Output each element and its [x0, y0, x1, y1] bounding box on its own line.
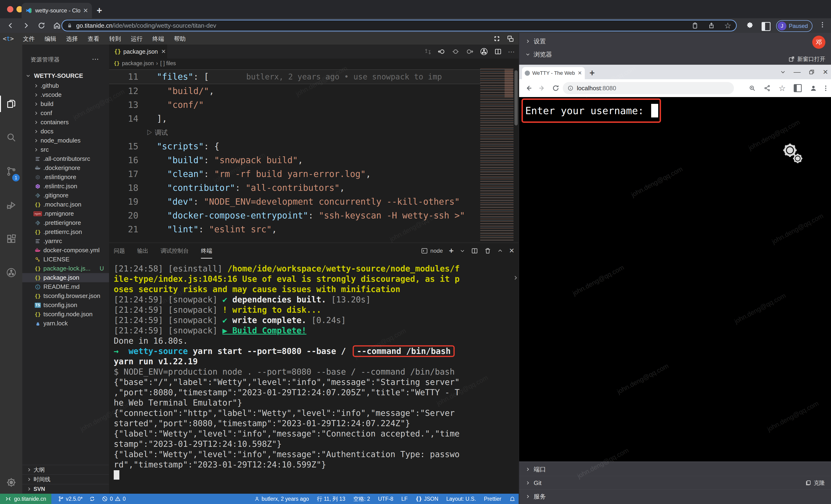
encoding-status[interactable]: UTF-8	[378, 496, 393, 502]
menu-item-5[interactable]: 运行	[126, 35, 147, 43]
split-terminal-icon[interactable]	[471, 247, 478, 254]
zoom-icon[interactable]	[749, 85, 756, 92]
file-tsconfig.node.json[interactable]: {}tsconfig.node.json	[22, 310, 109, 319]
terminal-output[interactable]: [21:24:58] [esinstall] /home/ide/workspa…	[114, 264, 512, 480]
code-line-21[interactable]: 21 "lint": "eslint src",	[109, 223, 481, 236]
file-package.json[interactable]: {}package.json	[22, 273, 109, 282]
file-.eslintignore[interactable]: .eslintignore	[22, 173, 109, 182]
kill-terminal-trash-icon[interactable]	[484, 247, 491, 254]
open-new-window-button[interactable]: 新窗口打开	[788, 55, 825, 63]
menu-item-6[interactable]: 终端	[147, 35, 169, 43]
maximize-panel-icon[interactable]	[497, 248, 503, 254]
panel-tab-问题[interactable]: 问题	[114, 247, 125, 259]
file-tsconfig.browser.json[interactable]: {}tsconfig.browser.json	[22, 291, 109, 300]
forward-icon[interactable]	[22, 22, 30, 30]
code-line-19[interactable]: 19 "dev": "NODE_ENV=development concurre…	[109, 195, 481, 209]
sidebar-section-时间线[interactable]: 时间线	[22, 474, 109, 484]
nav-circle-icon[interactable]	[452, 48, 460, 56]
layout-status[interactable]: Layout: U.S.	[446, 496, 476, 502]
folder-conf[interactable]: conf	[22, 109, 109, 118]
nav-forward-circle-icon[interactable]	[466, 48, 474, 56]
panel-tab-输出[interactable]: 输出	[137, 247, 148, 259]
close-panel-icon[interactable]: ✕	[509, 247, 514, 255]
side-panel-icon[interactable]	[762, 22, 771, 31]
new-terminal-icon[interactable]: +	[449, 246, 454, 255]
explorer-icon[interactable]	[6, 98, 17, 109]
embedded-minimize-icon[interactable]: —	[794, 68, 801, 76]
code-line-13[interactable]: 13 "conf/"	[109, 98, 481, 112]
file-LICENSE[interactable]: LICENSE	[22, 255, 109, 264]
user-avatar[interactable]: 邓	[812, 36, 825, 49]
menu-item-2[interactable]: 选择	[61, 35, 83, 43]
clone-button[interactable]: 克隆	[805, 479, 825, 487]
menu-item-7[interactable]: 帮助	[169, 35, 191, 43]
close-window-button[interactable]	[7, 6, 13, 12]
wetty-terminal-screen[interactable]: Enter your username:	[519, 97, 831, 461]
menu-item-0[interactable]: 文件	[18, 35, 39, 43]
editor-more-actions-icon[interactable]: ⋯	[508, 48, 515, 56]
embedded-tab-close-icon[interactable]: ✕	[578, 70, 582, 76]
embedded-bookmark-star-icon[interactable]: ☆	[779, 84, 786, 92]
embedded-menu-icon[interactable]	[825, 85, 826, 92]
share-nodes-icon[interactable]	[764, 85, 771, 92]
explorer-more-icon[interactable]: ⋯	[92, 55, 99, 63]
sidebar-section-大纲[interactable]: 大纲	[22, 465, 109, 474]
embedded-back-icon[interactable]	[525, 84, 532, 92]
code-line-18[interactable]: 18 "contributor": "all-contributors",	[109, 181, 481, 195]
panel-tab-调试控制台[interactable]: 调试控制台	[161, 247, 189, 259]
embedded-new-tab-icon[interactable]: +	[590, 68, 595, 78]
compare-changes-icon[interactable]	[424, 48, 431, 55]
problems-status[interactable]: 0 0	[102, 496, 126, 502]
services-section-header[interactable]: 服务	[519, 490, 831, 503]
remote-fork-icon[interactable]	[6, 267, 17, 278]
folder-.github[interactable]: .github	[22, 81, 109, 90]
browser-section-header[interactable]: 浏览器	[519, 48, 831, 61]
file-tsconfig.json[interactable]: TStsconfig.json	[22, 300, 109, 310]
share-icon[interactable]	[708, 22, 715, 29]
git-section-header[interactable]: Git 克隆	[519, 476, 831, 490]
embedded-side-panel-icon[interactable]	[794, 84, 802, 92]
layout-windows-icon[interactable]	[507, 35, 514, 42]
clipboard-icon[interactable]	[691, 22, 698, 29]
eol-status[interactable]: LF	[401, 496, 407, 502]
code-line-20[interactable]: 20 "docker-compose-entrypoint": "ssh-key…	[109, 209, 481, 223]
embedded-reload-icon[interactable]	[552, 84, 560, 92]
browser-tab[interactable]: wetty-source - CloudIDE ✕	[22, 3, 92, 18]
code-editor[interactable]: 11 "files": [ butlerx, 2 years ago • use…	[109, 69, 481, 243]
folder-docs[interactable]: docs	[22, 127, 109, 136]
reload-icon[interactable]	[37, 22, 46, 30]
file-README.md[interactable]: README.md	[22, 282, 109, 291]
new-tab-button[interactable]: +	[96, 5, 102, 16]
file-.all-contributorsrc[interactable]: .all-contributorsrc	[22, 154, 109, 164]
menu-item-3[interactable]: 查看	[83, 35, 104, 43]
bookmark-star-icon[interactable]: ☆	[724, 22, 732, 30]
fullscreen-icon[interactable]	[493, 35, 500, 42]
file-package-lock.js...[interactable]: {}package-lock.js...U	[22, 264, 109, 273]
embedded-address-bar[interactable]: localhost:8080	[563, 82, 734, 94]
address-bar[interactable]: go.titanide.cn/ide/web/coding/wetty-sour…	[61, 20, 737, 31]
sidebar-section-SVN[interactable]: SVN	[22, 484, 109, 494]
wetty-settings-gears-icon[interactable]	[781, 142, 804, 165]
folder-.vscode[interactable]: .vscode	[22, 90, 109, 99]
code-line-11[interactable]: 11 "files": [ butlerx, 2 years ago • use…	[109, 69, 481, 84]
file-.yarnrc[interactable]: .yarnrc	[22, 237, 109, 246]
shell-selector[interactable]: node	[421, 247, 443, 254]
settings-gear-icon[interactable]	[6, 477, 17, 488]
file-.gitignore[interactable]: .gitignore	[22, 191, 109, 200]
codelens-row[interactable]: ▷ 调试	[109, 126, 481, 140]
home-icon[interactable]	[53, 22, 61, 30]
language-status[interactable]: {} JSON	[416, 496, 438, 502]
file-.eslintrc.json[interactable]: .eslintrc.json	[22, 182, 109, 191]
profile-button[interactable]: J Paused	[776, 20, 812, 32]
sync-status[interactable]	[89, 496, 95, 502]
panel-expand-chevron-icon[interactable]	[513, 273, 519, 283]
branch-status[interactable]: v2.5.0*	[58, 496, 83, 502]
fork-circle-icon[interactable]	[480, 47, 488, 56]
split-editor-icon[interactable]	[494, 48, 502, 55]
tree-root[interactable]: WETTY-SOURCE	[22, 71, 109, 81]
code-line-14[interactable]: 14 ],	[109, 112, 481, 126]
browser-menu-icon[interactable]	[822, 21, 823, 28]
back-icon[interactable]	[6, 22, 15, 30]
embedded-restore-icon[interactable]	[809, 69, 815, 75]
folder-node_modules[interactable]: node_modules	[22, 136, 109, 145]
